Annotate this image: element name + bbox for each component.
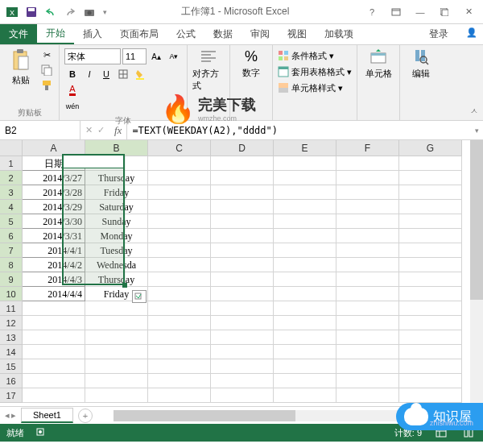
row-header-17[interactable]: 17 xyxy=(0,388,23,403)
format-table-button[interactable]: 套用表格格式 ▾ xyxy=(278,64,352,79)
cell-E12[interactable] xyxy=(274,316,336,330)
row-header-12[interactable]: 12 xyxy=(0,316,23,330)
cell-B7[interactable]: Tuesday xyxy=(85,243,148,258)
minimize-icon[interactable]: — xyxy=(409,4,431,20)
row-header-6[interactable]: 6 xyxy=(0,229,23,243)
cell-E16[interactable] xyxy=(274,374,336,388)
col-header-D[interactable]: D xyxy=(211,140,274,156)
expand-formula-bar-icon[interactable]: ▾ xyxy=(470,121,483,139)
cell-C9[interactable] xyxy=(148,272,211,287)
cell-D4[interactable] xyxy=(211,200,274,214)
cell-C2[interactable] xyxy=(148,171,211,185)
number-button[interactable]: % 数字 xyxy=(235,48,267,79)
cell-B17[interactable] xyxy=(85,388,148,403)
cell-E6[interactable] xyxy=(274,229,336,243)
login-user-icon[interactable]: 👤 xyxy=(460,24,483,40)
cell-G17[interactable] xyxy=(399,388,462,403)
row-header-1[interactable]: 1 xyxy=(0,156,23,171)
italic-button[interactable]: I xyxy=(81,67,97,81)
fill-handle[interactable] xyxy=(122,283,127,288)
cell-A15[interactable] xyxy=(23,359,85,374)
cell-G4[interactable] xyxy=(399,200,462,214)
cell-F9[interactable] xyxy=(336,272,399,287)
cell-D17[interactable] xyxy=(211,388,274,403)
cell-G8[interactable] xyxy=(399,258,462,272)
cell-E14[interactable] xyxy=(274,345,336,359)
bold-button[interactable]: B xyxy=(64,67,80,81)
vertical-scrollbar[interactable] xyxy=(470,140,483,406)
cell-G16[interactable] xyxy=(399,374,462,388)
row-header-5[interactable]: 5 xyxy=(0,214,23,229)
cell-C5[interactable] xyxy=(148,214,211,229)
cell-A13[interactable] xyxy=(23,330,85,345)
cell-F1[interactable] xyxy=(336,156,399,171)
tab-addins[interactable]: 加载项 xyxy=(316,24,362,44)
font-color-icon[interactable]: A xyxy=(64,82,80,97)
maximize-icon[interactable] xyxy=(433,4,456,20)
cell-F4[interactable] xyxy=(336,200,399,214)
cell-E17[interactable] xyxy=(274,388,336,403)
cells-button[interactable]: 单元格 xyxy=(362,48,394,80)
worksheet-grid[interactable]: ABCDEFG 1234567891011121314151617 日期2014… xyxy=(0,140,483,406)
macro-record-icon[interactable] xyxy=(35,427,45,438)
cell-B9[interactable]: Thursday xyxy=(85,272,148,287)
cell-D10[interactable] xyxy=(211,287,274,301)
cell-G15[interactable] xyxy=(399,359,462,374)
format-painter-icon[interactable] xyxy=(39,79,54,92)
row-header-10[interactable]: 10 xyxy=(0,287,23,301)
cell-G3[interactable] xyxy=(399,185,462,200)
cell-A3[interactable]: 2014/3/28 xyxy=(23,185,85,200)
cell-E8[interactable] xyxy=(274,258,336,272)
cell-A16[interactable] xyxy=(23,374,85,388)
row-header-14[interactable]: 14 xyxy=(0,345,23,359)
cell-G6[interactable] xyxy=(399,229,462,243)
cell-D8[interactable] xyxy=(211,258,274,272)
cell-C15[interactable] xyxy=(148,359,211,374)
row-header-15[interactable]: 15 xyxy=(0,359,23,374)
cell-C17[interactable] xyxy=(148,388,211,403)
decrease-font-icon[interactable]: A▾ xyxy=(166,49,182,64)
cell-E5[interactable] xyxy=(274,214,336,229)
row-header-9[interactable]: 9 xyxy=(0,272,23,287)
camera-icon[interactable] xyxy=(80,3,98,21)
cell-D5[interactable] xyxy=(211,214,274,229)
sheet-next-icon[interactable]: ▸ xyxy=(11,410,16,421)
cell-C12[interactable] xyxy=(148,316,211,330)
cell-G10[interactable] xyxy=(399,287,462,301)
cell-B8[interactable]: Wednesda xyxy=(85,258,148,272)
save-icon[interactable] xyxy=(23,3,40,21)
cell-A2[interactable]: 2014/3/27 xyxy=(23,171,85,185)
cell-B12[interactable] xyxy=(85,316,148,330)
cell-D13[interactable] xyxy=(211,330,274,345)
cell-F6[interactable] xyxy=(336,229,399,243)
cell-D3[interactable] xyxy=(211,185,274,200)
col-header-E[interactable]: E xyxy=(274,140,336,156)
undo-icon[interactable] xyxy=(42,3,60,21)
cell-D12[interactable] xyxy=(211,316,274,330)
tab-insert[interactable]: 插入 xyxy=(74,24,111,44)
cell-F17[interactable] xyxy=(336,388,399,403)
row-header-16[interactable]: 16 xyxy=(0,374,23,388)
cell-C11[interactable] xyxy=(148,301,211,316)
cell-E10[interactable] xyxy=(274,287,336,301)
cut-icon[interactable]: ✂ xyxy=(39,48,54,61)
col-header-B[interactable]: B xyxy=(85,140,148,156)
conditional-format-button[interactable]: 条件格式 ▾ xyxy=(278,48,334,63)
underline-button[interactable]: U xyxy=(98,67,114,81)
row-header-11[interactable]: 11 xyxy=(0,301,23,316)
tab-formulas[interactable]: 公式 xyxy=(167,24,204,44)
cell-C10[interactable] xyxy=(148,287,211,301)
cell-D16[interactable] xyxy=(211,374,274,388)
cells-area[interactable]: 日期2014/3/27Thursday2014/3/28Friday2014/3… xyxy=(23,156,462,403)
tab-data[interactable]: 数据 xyxy=(204,24,242,44)
cell-E4[interactable] xyxy=(274,200,336,214)
cell-B6[interactable]: Monday xyxy=(85,229,148,243)
cell-F14[interactable] xyxy=(336,345,399,359)
cell-G14[interactable] xyxy=(399,345,462,359)
excel-icon[interactable]: X xyxy=(3,3,21,21)
cell-F5[interactable] xyxy=(336,214,399,229)
cell-D9[interactable] xyxy=(211,272,274,287)
cell-F13[interactable] xyxy=(336,330,399,345)
editing-button[interactable]: 编辑 xyxy=(405,48,437,80)
cell-B16[interactable] xyxy=(85,374,148,388)
